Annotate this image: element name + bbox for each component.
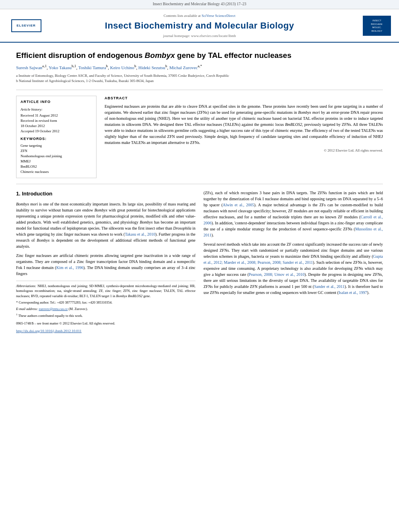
abbrev-line: Abbreviations: NHEJ, nonhomologous end j…	[16, 283, 195, 299]
body-col-left: 1. Introduction Bombyx mori is one of th…	[16, 190, 195, 335]
equal-contrib-line: 1 These authors contributed equally to t…	[16, 312, 195, 318]
intro-p2: Zinc finger nucleases are artificial chi…	[16, 253, 195, 277]
right-p2: Several novel methods which take into ac…	[204, 241, 383, 296]
authors-line: Suresh Sajwana,1, Yoko Takasub,1, Toshik…	[16, 64, 383, 71]
doi-line: http://dx.doi.org/10.1016/j.ibmb.2012.10…	[16, 329, 195, 334]
article-title: Efficient disruption of endogenous Bomby…	[16, 51, 383, 61]
received-date: Received 31 August 2012 Received in revi…	[21, 113, 92, 134]
copyright-notice: © 2012 Elsevier Ltd. All rights reserved…	[105, 148, 383, 153]
journal-title: Insect Biochemistry and Molecular Biolog…	[44, 19, 355, 32]
divider-1	[16, 90, 383, 90]
journal-citation-bar: Insect Biochemistry and Molecular Biolog…	[0, 0, 399, 9]
info-abstract-row: ARTICLE INFO Article history: Received 3…	[16, 96, 383, 179]
affiliation-b: b National Institute of Agrobiological S…	[16, 78, 383, 84]
ibmb-logo: INSECT BIOCHEM. MOLEC. BIOLOGY	[363, 16, 391, 36]
keywords-section: Keywords: Gene targeting ZFN Nonhomologo…	[21, 136, 92, 175]
issn-line: 0965-1748/$ – see front matter © 2012 El…	[16, 321, 195, 326]
sciverse-line: Contents lists available at SciVerse Sci…	[44, 13, 355, 18]
correspondence-line: * Corresponding author. Tel.: +420 38777…	[16, 300, 195, 305]
keywords-title: Keywords:	[21, 136, 92, 142]
elsevier-wordmark: ELSEVIER	[11, 19, 41, 32]
keyword-2: ZFN	[21, 148, 92, 154]
abstract-text: Engineered nucleases are proteins that a…	[105, 103, 383, 146]
abstract-title: ABSTRACT	[105, 96, 383, 101]
history-label: Article history:	[21, 107, 92, 112]
affiliations: a Institute of Entomology, Biology Centr…	[16, 73, 383, 84]
keyword-4: MMEJ	[21, 159, 92, 164]
keyword-1: Gene targeting	[21, 143, 92, 148]
email-line: E-mail address: zurovec@entu.cas.cz (M. …	[16, 306, 195, 312]
journal-header: ELSEVIER Contents lists available at Sci…	[0, 9, 399, 43]
affiliation-a: a Institute of Entomology, Biology Centr…	[16, 73, 383, 79]
journal-header-center: Contents lists available at SciVerse Sci…	[44, 13, 355, 39]
article-info-box: ARTICLE INFO Article history: Received 3…	[16, 96, 97, 179]
body-content: 1. Introduction Bombyx mori is one of th…	[16, 190, 383, 335]
sciverse-link[interactable]: SciVerse ScienceDirect	[202, 14, 235, 18]
article-info-title: ARTICLE INFO	[21, 99, 92, 105]
journal-homepage: journal homepage: www.elsevier.com/locat…	[44, 33, 355, 39]
keyword-5: BmBLOS2	[21, 164, 92, 169]
article-container: Efficient disruption of endogenous Bomby…	[0, 43, 399, 343]
keyword-6: Chimeric nucleases	[21, 169, 92, 175]
ibmb-logo-container: INSECT BIOCHEM. MOLEC. BIOLOGY	[355, 16, 391, 36]
keyword-3: Nonhomologous end joining	[21, 154, 92, 159]
right-p1: (ZFs), each of which recognizes 3 base p…	[204, 190, 383, 238]
intro-heading: 1. Introduction	[16, 190, 195, 198]
elsevier-logo: ELSEVIER	[8, 19, 44, 32]
intro-p1: Bombyx mori is one of the most economica…	[16, 201, 195, 249]
abstract-col: ABSTRACT Engineered nucleases are protei…	[105, 96, 383, 179]
journal-citation: Insect Biochemistry and Molecular Biolog…	[153, 2, 246, 6]
divider-2	[16, 184, 383, 184]
footnotes: Abbreviations: NHEJ, nonhomologous end j…	[16, 281, 195, 334]
body-col-right: (ZFs), each of which recognizes 3 base p…	[204, 190, 383, 335]
